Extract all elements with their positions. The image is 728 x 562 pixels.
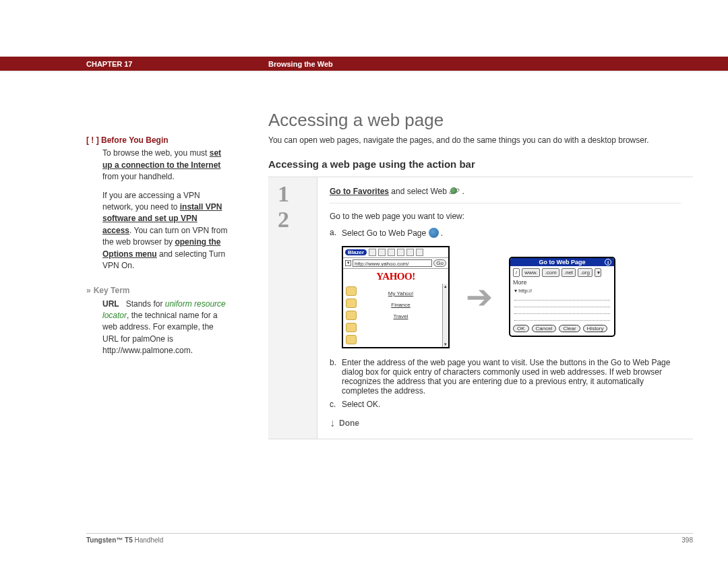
page-number: 398 xyxy=(681,536,693,544)
url-field: http://www.yahoo.com/ xyxy=(353,259,432,267)
address-line xyxy=(514,301,610,307)
substep-a: a. Select Go to Web Page . xyxy=(330,228,681,238)
step-body: Go to Favorites and select Web . Go to t… xyxy=(317,177,693,439)
step-1: Go to Favorites and select Web . xyxy=(330,187,681,204)
intro-text: You can open web pages, navigate the pag… xyxy=(268,135,693,146)
page-title: Accessing a web page xyxy=(268,110,693,131)
web-icon xyxy=(449,187,460,196)
alert-marker: [ ! ] xyxy=(86,135,99,145)
yahoo-body: My Yahoo! Finance Travel ▴▾ xyxy=(343,284,448,347)
pill-org: .org xyxy=(578,268,593,277)
text: To browse the web, you must xyxy=(102,148,210,158)
text: Select Go to Web Page xyxy=(342,228,429,238)
step-number-1: 1 xyxy=(278,183,317,206)
arrow-right-icon: ➔ xyxy=(466,281,493,313)
byb-text: Before You Begin xyxy=(101,135,169,145)
yahoo-link: My Yahoo! xyxy=(359,290,442,296)
substep-b: b. Enter the address of the web page you… xyxy=(330,358,681,396)
section-heading: Accessing a web page using the action ba… xyxy=(268,158,693,170)
sidebar: [ ! ] Before You Begin To browse the web… xyxy=(86,135,228,364)
product-bold: Tungsten™ T5 xyxy=(86,536,133,544)
byb-paragraph-1: To browse the web, you must set up a con… xyxy=(86,148,228,183)
step-2-lead: Go to the web page you want to view: xyxy=(330,212,681,221)
blazer-screenshot: Blazer ▾ http://www.yahoo.com/ Go xyxy=(342,246,450,348)
history-button: History xyxy=(583,325,608,332)
folder-icon xyxy=(346,323,357,332)
chapter-title: Browsing the Web xyxy=(268,60,333,68)
address-line xyxy=(514,314,610,321)
address-area: ▾ http:// xyxy=(510,288,614,322)
goto-webpage-dialog: Go to Web Page i / www. .com .net .org ▾… xyxy=(509,257,615,337)
yahoo-logo-row: YAHOO! xyxy=(343,269,448,284)
step-number-rail: 1 2 xyxy=(268,177,317,439)
globe-icon xyxy=(429,228,439,238)
product-name: Tungsten™ T5 Handheld xyxy=(86,536,163,544)
screenshots-row: Blazer ▾ http://www.yahoo.com/ Go xyxy=(342,246,681,348)
url-bar: ▾ http://www.yahoo.com/ Go xyxy=(343,258,448,269)
text: Stands for xyxy=(126,299,165,309)
yahoo-link: Finance xyxy=(359,302,442,308)
down-arrow-icon: ↓ xyxy=(330,417,335,429)
pill-slash: / xyxy=(513,268,520,277)
address-line xyxy=(514,307,610,314)
blazer-toolbar: Blazer xyxy=(343,247,448,258)
dialog-title-text: Go to Web Page xyxy=(539,259,586,266)
pill-com: .com xyxy=(542,268,559,277)
divider xyxy=(0,71,728,72)
text: Select OK. xyxy=(342,400,681,409)
text: Enter the address of the web page you wa… xyxy=(342,358,681,396)
quick-entry-row: / www. .com .net .org ▾ More xyxy=(510,266,614,288)
key-term-body: URL Stands for uniform resource locator,… xyxy=(86,299,228,357)
cancel-button: Cancel xyxy=(532,325,557,332)
globe-toolbar-icon xyxy=(397,249,404,256)
address-line xyxy=(514,294,610,301)
yahoo-links-column: My Yahoo! Finance Travel xyxy=(359,284,442,347)
substep-c: c. Select OK. xyxy=(330,400,681,409)
scrollbar: ▴▾ xyxy=(442,284,448,347)
back-icon xyxy=(369,249,376,256)
page-footer: Tungsten™ T5 Handheld 398 xyxy=(86,533,693,544)
dropdown-icon: ▾ xyxy=(345,260,351,266)
byb-paragraph-2: If you are accessing a VPN network, you … xyxy=(86,190,228,272)
clear-button: Clear xyxy=(559,325,580,332)
folder-icon xyxy=(346,311,357,320)
substep-label: c. xyxy=(330,400,342,409)
step-number-2: 2 xyxy=(278,208,317,231)
yahoo-link: Travel xyxy=(359,313,442,319)
substep-label: a. xyxy=(330,228,342,238)
bookmark-icon xyxy=(416,249,423,256)
url-prefix: http:// xyxy=(518,288,532,294)
done-indicator: ↓ Done xyxy=(330,417,681,429)
go-button: Go xyxy=(433,259,446,267)
chapter-label: CHAPTER 17 xyxy=(86,60,132,68)
chapter-header: CHAPTER 17 Browsing the Web xyxy=(0,57,728,71)
done-label: Done xyxy=(339,418,359,428)
text: from your handheld. xyxy=(102,172,175,181)
folder-icon xyxy=(346,299,357,308)
steps-container: 1 2 Go to Favorites and select Web . Go … xyxy=(268,177,693,439)
chevron-icon: » xyxy=(86,286,90,295)
info-icon: i xyxy=(605,259,611,266)
yahoo-icon-column xyxy=(343,284,359,347)
yahoo-logo: YAHOO! xyxy=(376,271,415,282)
text: and select Web xyxy=(389,187,449,196)
link-go-to-favorites[interactable]: Go to Favorites xyxy=(330,187,389,196)
dialog-buttons: OK Cancel Clear History xyxy=(510,322,614,336)
page-icon xyxy=(388,249,395,256)
key-term-label: Key Term xyxy=(94,286,130,295)
before-you-begin-heading: [ ! ] Before You Begin xyxy=(86,135,228,146)
main-content: Accessing a web page You can open web pa… xyxy=(268,110,693,439)
product-rest: Handheld xyxy=(133,536,164,544)
forward-icon xyxy=(378,249,386,256)
step-2: Go to the web page you want to view: a. … xyxy=(330,212,681,429)
term-name: URL xyxy=(102,299,119,309)
folder-icon xyxy=(346,335,357,344)
pill-net: .net xyxy=(562,268,576,277)
dropdown-icon: ▾ xyxy=(595,268,601,277)
home-icon xyxy=(406,249,414,256)
substep-label: b. xyxy=(330,358,342,396)
folder-icon xyxy=(346,286,357,296)
ok-button: OK xyxy=(513,325,529,332)
pill-www: www. xyxy=(522,268,540,277)
key-term-heading: »Key Term xyxy=(86,285,228,296)
